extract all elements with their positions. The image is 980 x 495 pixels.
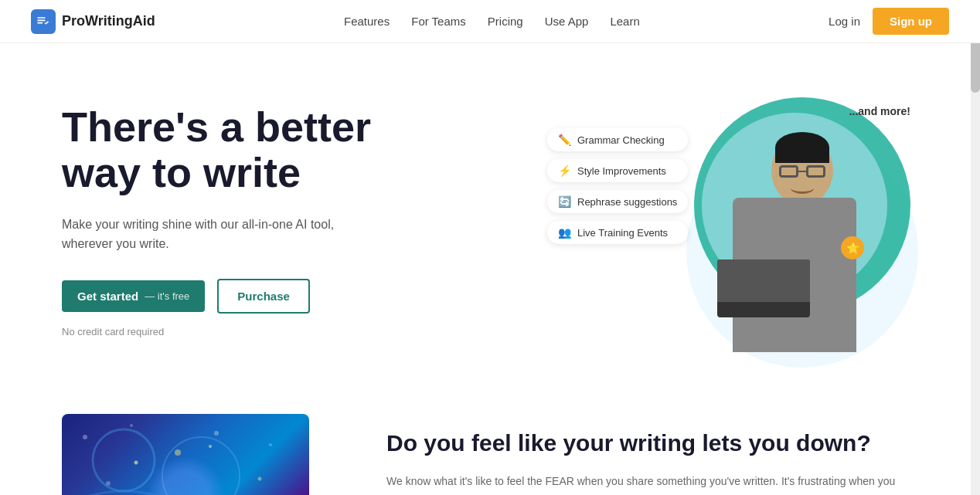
style-icon: ⚡	[558, 164, 571, 177]
navbar: ProWritingAid Features For Teams Pricing…	[0, 0, 980, 43]
pill-training: 👥 Live Training Events	[547, 221, 688, 244]
section2: My idea in my head Do you feel like your…	[0, 383, 980, 495]
scrollbar-track[interactable]	[971, 0, 980, 495]
nav-for-teams[interactable]: For Teams	[411, 15, 466, 28]
pill-rephrase: 🔄 Rephrase suggestions	[547, 190, 688, 213]
svg-point-7	[175, 449, 181, 456]
section2-left: My idea in my head	[62, 414, 340, 495]
pill-rephrase-label: Rephrase suggestions	[577, 196, 677, 208]
laptop-screen	[717, 259, 810, 302]
svg-point-4	[130, 424, 133, 427]
and-more-text: ...and more!	[849, 105, 910, 117]
grammar-icon: ✏️	[558, 134, 571, 146]
hero-illustration: ⭐	[671, 90, 918, 352]
nav-pricing[interactable]: Pricing	[488, 15, 523, 28]
image-stack: My idea in my head	[62, 414, 340, 495]
get-started-label: Get started	[77, 290, 138, 303]
signup-button[interactable]: Sign up	[873, 8, 949, 35]
star-badge: ⭐	[841, 236, 864, 259]
hero-right: ✏️ Grammar Checking ⚡ Style Improvements…	[547, 90, 918, 352]
laptop	[717, 259, 810, 317]
nav-links: Features For Teams Pricing Use App Learn	[344, 15, 640, 28]
hero-section: There's a better way to write Make your …	[0, 43, 980, 383]
svg-point-5	[214, 431, 219, 436]
person-container: ⭐	[686, 105, 903, 352]
feature-pills: ✏️ Grammar Checking ⚡ Style Improvements…	[547, 128, 688, 244]
hero-left: There's a better way to write Make your …	[62, 104, 448, 337]
training-icon: 👥	[558, 226, 571, 239]
section2-title: Do you feel like your writing lets you d…	[386, 429, 918, 457]
pill-style: ⚡ Style Improvements	[547, 159, 688, 182]
svg-point-6	[269, 443, 272, 446]
pill-grammar-label: Grammar Checking	[577, 134, 665, 146]
starry-pattern	[62, 414, 309, 495]
person-body: ⭐	[733, 198, 856, 352]
logo-icon	[31, 9, 56, 34]
hero-subtitle: Make your writing shine with our all-in-…	[62, 215, 356, 254]
swirl-svg	[62, 414, 309, 495]
nav-features[interactable]: Features	[344, 15, 390, 28]
svg-point-8	[106, 481, 111, 486]
pill-grammar: ✏️ Grammar Checking	[547, 128, 688, 151]
person-smile	[791, 182, 814, 194]
person-hair	[775, 132, 829, 163]
glasses-bridge	[797, 171, 808, 172]
get-started-button[interactable]: Get started — it's free	[62, 280, 205, 312]
nav-learn[interactable]: Learn	[610, 15, 639, 28]
rephrase-icon: 🔄	[558, 195, 571, 208]
nav-use-app[interactable]: Use App	[545, 15, 589, 28]
starry-night-image	[62, 414, 309, 495]
brand-name: ProWritingAid	[62, 13, 155, 29]
pill-training-label: Live Training Events	[577, 227, 668, 239]
hero-title-line2: way to write	[62, 149, 301, 195]
glasses-right	[806, 165, 825, 178]
section2-text: We know what it's like to feel the FEAR …	[386, 473, 918, 495]
svg-point-1	[162, 437, 240, 495]
no-credit-text: No credit card required	[62, 326, 448, 337]
nav-actions: Log in Sign up	[829, 8, 949, 35]
glasses-left	[779, 165, 798, 178]
hero-title-line1: There's a better	[62, 103, 371, 150]
hero-title: There's a better way to write	[62, 104, 448, 196]
logo-link[interactable]: ProWritingAid	[31, 9, 155, 34]
hero-buttons: Get started — it's free Purchase	[62, 279, 448, 314]
svg-point-3	[83, 435, 87, 439]
free-label: — it's free	[145, 290, 189, 302]
login-button[interactable]: Log in	[829, 15, 860, 28]
logo-svg	[36, 14, 51, 29]
pill-style-label: Style Improvements	[577, 165, 666, 177]
person-head	[771, 136, 833, 205]
svg-point-0	[93, 429, 155, 491]
purchase-button[interactable]: Purchase	[217, 279, 310, 314]
section2-right: Do you feel like your writing lets you d…	[386, 414, 918, 495]
